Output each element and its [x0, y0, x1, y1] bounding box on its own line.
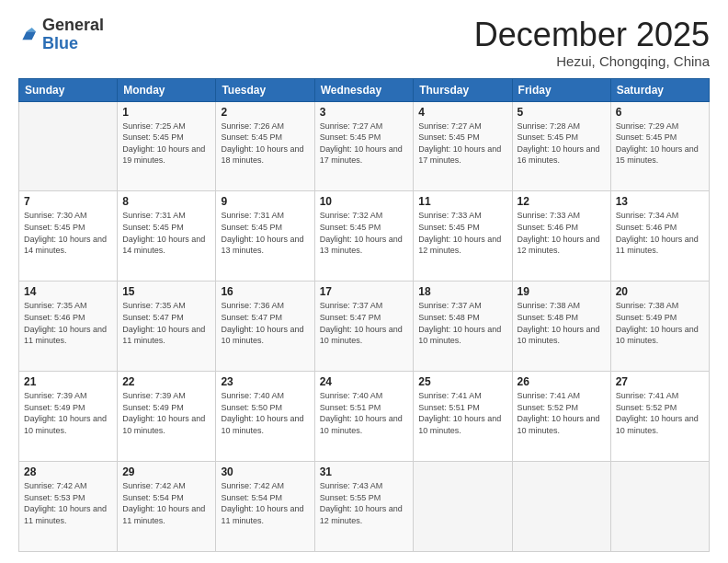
day-info: Sunrise: 7:41 AMSunset: 5:52 PMDaylight:… [518, 391, 600, 435]
day-info: Sunrise: 7:42 AMSunset: 5:53 PMDaylight:… [24, 481, 107, 525]
title-block: December 2025 Hezui, Chongqing, China [474, 17, 710, 69]
svg-marker-0 [22, 31, 36, 40]
day-info: Sunrise: 7:26 AMSunset: 5:45 PMDaylight:… [221, 121, 303, 166]
day-info: Sunrise: 7:42 AMSunset: 5:54 PMDaylight:… [122, 481, 205, 525]
day-number: 28 [24, 465, 112, 478]
day-info: Sunrise: 7:41 AMSunset: 5:52 PMDaylight:… [616, 391, 699, 435]
day-number: 9 [221, 195, 309, 208]
day-cell: 7Sunrise: 7:30 AMSunset: 5:45 PMDaylight… [19, 191, 118, 282]
calendar-header: SundayMondayTuesdayWednesdayThursdayFrid… [19, 78, 710, 101]
week-row-3: 21Sunrise: 7:39 AMSunset: 5:49 PMDayligh… [19, 372, 710, 462]
day-info: Sunrise: 7:38 AMSunset: 5:49 PMDaylight:… [616, 301, 699, 345]
day-number: 11 [418, 195, 506, 208]
day-number: 24 [320, 375, 409, 388]
day-info: Sunrise: 7:35 AMSunset: 5:47 PMDaylight:… [122, 301, 205, 345]
day-number: 20 [616, 285, 704, 298]
day-number: 14 [24, 285, 112, 298]
day-cell: 15Sunrise: 7:35 AMSunset: 5:47 PMDayligh… [118, 282, 216, 372]
day-cell: 10Sunrise: 7:32 AMSunset: 5:45 PMDayligh… [314, 191, 414, 282]
day-info: Sunrise: 7:40 AMSunset: 5:51 PMDaylight:… [320, 391, 403, 435]
logo-icon [18, 25, 39, 45]
day-number: 19 [518, 285, 606, 298]
day-number: 25 [418, 375, 506, 388]
header-cell-friday: Friday [512, 78, 610, 101]
day-number: 13 [616, 195, 704, 208]
day-cell: 11Sunrise: 7:33 AMSunset: 5:45 PMDayligh… [414, 191, 512, 282]
day-number: 6 [616, 106, 704, 119]
week-row-4: 28Sunrise: 7:42 AMSunset: 5:53 PMDayligh… [19, 462, 710, 552]
day-number: 18 [418, 285, 506, 298]
day-number: 31 [320, 465, 409, 478]
day-info: Sunrise: 7:27 AMSunset: 5:45 PMDaylight:… [418, 121, 501, 166]
day-number: 5 [518, 106, 606, 119]
day-cell: 12Sunrise: 7:33 AMSunset: 5:46 PMDayligh… [512, 191, 610, 282]
day-number: 27 [616, 375, 704, 388]
day-cell: 25Sunrise: 7:41 AMSunset: 5:51 PMDayligh… [414, 372, 512, 462]
day-number: 23 [221, 375, 309, 388]
day-info: Sunrise: 7:31 AMSunset: 5:45 PMDaylight:… [221, 211, 303, 255]
header-cell-monday: Monday [118, 78, 216, 101]
page: General Blue December 2025 Hezui, Chongq… [0, 0, 728, 563]
header-cell-tuesday: Tuesday [216, 78, 314, 101]
logo-blue: Blue [42, 35, 104, 53]
day-cell [414, 462, 512, 552]
day-info: Sunrise: 7:38 AMSunset: 5:48 PMDaylight:… [518, 301, 600, 345]
day-cell: 23Sunrise: 7:40 AMSunset: 5:50 PMDayligh… [216, 372, 314, 462]
day-cell: 4Sunrise: 7:27 AMSunset: 5:45 PMDaylight… [414, 101, 512, 191]
day-number: 22 [122, 375, 210, 388]
day-info: Sunrise: 7:40 AMSunset: 5:50 PMDaylight:… [221, 391, 303, 435]
day-number: 16 [221, 285, 309, 298]
day-info: Sunrise: 7:43 AMSunset: 5:55 PMDaylight:… [320, 481, 403, 525]
day-number: 26 [518, 375, 606, 388]
header-cell-wednesday: Wednesday [314, 78, 414, 101]
day-number: 17 [320, 285, 409, 298]
header: General Blue December 2025 Hezui, Chongq… [18, 17, 710, 69]
day-number: 1 [122, 106, 210, 119]
week-row-1: 7Sunrise: 7:30 AMSunset: 5:45 PMDaylight… [19, 191, 710, 282]
day-info: Sunrise: 7:31 AMSunset: 5:45 PMDaylight:… [122, 211, 205, 255]
day-number: 4 [418, 106, 506, 119]
day-number: 10 [320, 195, 409, 208]
header-row: SundayMondayTuesdayWednesdayThursdayFrid… [19, 78, 710, 101]
logo: General Blue [18, 17, 104, 53]
logo-general: General [42, 17, 104, 35]
day-number: 29 [122, 465, 210, 478]
header-cell-saturday: Saturday [610, 78, 709, 101]
day-cell: 8Sunrise: 7:31 AMSunset: 5:45 PMDaylight… [118, 191, 216, 282]
week-row-0: 1Sunrise: 7:25 AMSunset: 5:45 PMDaylight… [19, 101, 710, 191]
day-number: 12 [518, 195, 606, 208]
header-cell-thursday: Thursday [414, 78, 512, 101]
day-cell: 22Sunrise: 7:39 AMSunset: 5:49 PMDayligh… [118, 372, 216, 462]
day-cell [19, 101, 118, 191]
day-cell: 16Sunrise: 7:36 AMSunset: 5:47 PMDayligh… [216, 282, 314, 372]
day-info: Sunrise: 7:37 AMSunset: 5:47 PMDaylight:… [320, 301, 403, 345]
main-title: December 2025 [474, 17, 710, 53]
day-info: Sunrise: 7:39 AMSunset: 5:49 PMDaylight:… [122, 391, 205, 435]
day-cell: 31Sunrise: 7:43 AMSunset: 5:55 PMDayligh… [314, 462, 414, 552]
day-cell: 21Sunrise: 7:39 AMSunset: 5:49 PMDayligh… [19, 372, 118, 462]
svg-marker-1 [27, 28, 36, 31]
day-info: Sunrise: 7:34 AMSunset: 5:46 PMDaylight:… [616, 211, 699, 255]
day-info: Sunrise: 7:29 AMSunset: 5:45 PMDaylight:… [616, 121, 699, 166]
day-cell: 30Sunrise: 7:42 AMSunset: 5:54 PMDayligh… [216, 462, 314, 552]
day-number: 2 [221, 106, 309, 119]
day-cell: 28Sunrise: 7:42 AMSunset: 5:53 PMDayligh… [19, 462, 118, 552]
day-cell: 18Sunrise: 7:37 AMSunset: 5:48 PMDayligh… [414, 282, 512, 372]
day-info: Sunrise: 7:41 AMSunset: 5:51 PMDaylight:… [418, 391, 501, 435]
day-cell: 3Sunrise: 7:27 AMSunset: 5:45 PMDaylight… [314, 101, 414, 191]
day-cell: 6Sunrise: 7:29 AMSunset: 5:45 PMDaylight… [610, 101, 709, 191]
day-info: Sunrise: 7:35 AMSunset: 5:46 PMDaylight:… [24, 301, 107, 345]
day-cell: 1Sunrise: 7:25 AMSunset: 5:45 PMDaylight… [118, 101, 216, 191]
day-cell: 9Sunrise: 7:31 AMSunset: 5:45 PMDaylight… [216, 191, 314, 282]
day-number: 15 [122, 285, 210, 298]
logo-text: General Blue [42, 17, 104, 53]
day-number: 8 [122, 195, 210, 208]
day-info: Sunrise: 7:32 AMSunset: 5:45 PMDaylight:… [320, 211, 403, 255]
day-info: Sunrise: 7:30 AMSunset: 5:45 PMDaylight:… [24, 211, 107, 255]
calendar-table: SundayMondayTuesdayWednesdayThursdayFrid… [18, 78, 710, 552]
subtitle: Hezui, Chongqing, China [474, 53, 710, 69]
calendar-body: 1Sunrise: 7:25 AMSunset: 5:45 PMDaylight… [19, 101, 710, 551]
day-cell: 2Sunrise: 7:26 AMSunset: 5:45 PMDaylight… [216, 101, 314, 191]
day-cell: 29Sunrise: 7:42 AMSunset: 5:54 PMDayligh… [118, 462, 216, 552]
day-cell: 14Sunrise: 7:35 AMSunset: 5:46 PMDayligh… [19, 282, 118, 372]
